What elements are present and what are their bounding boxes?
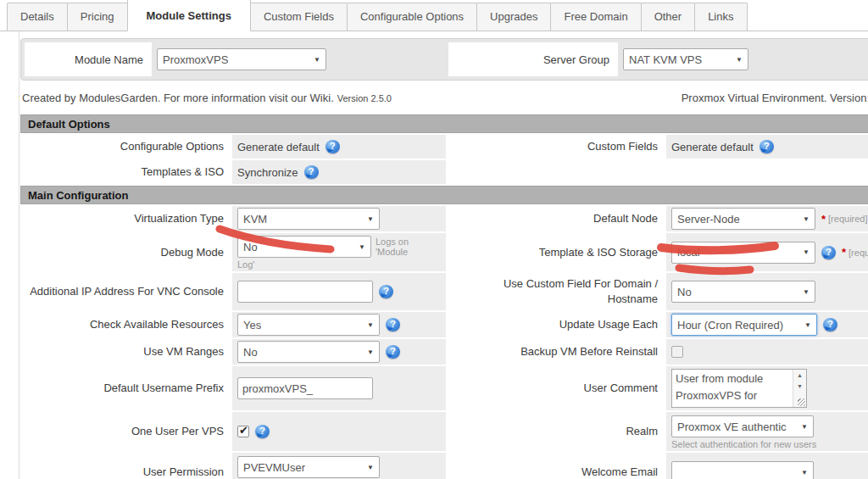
scroll-up-icon[interactable]: ▲ bbox=[793, 370, 806, 381]
user-comment-label: User Comment bbox=[448, 366, 665, 410]
help-icon[interactable] bbox=[255, 425, 270, 438]
vnc-ip-input[interactable] bbox=[237, 281, 373, 303]
help-icon[interactable] bbox=[760, 140, 774, 153]
virtualization-type-select[interactable]: KVM ▼ bbox=[237, 208, 380, 230]
generate-default-link[interactable]: Generate default bbox=[237, 141, 320, 153]
dropdown-arrow-icon: ▼ bbox=[803, 248, 810, 256]
help-icon[interactable] bbox=[379, 285, 393, 298]
generate-default-link[interactable]: Generate default bbox=[671, 141, 754, 153]
module-name-select[interactable]: ProxmoxVPS ▼ bbox=[157, 48, 326, 70]
user-comment-textarea[interactable]: User from module ProxmoxVPS for ▲ ▼ bbox=[671, 369, 807, 408]
user-permission-select[interactable]: PVEVMUser ▼ bbox=[237, 456, 380, 478]
empty-cell bbox=[666, 160, 868, 184]
welcome-email-select[interactable]: ▼ bbox=[671, 461, 814, 479]
section-main-configuration: Main Configuration bbox=[20, 186, 868, 204]
dropdown-arrow-icon: ▼ bbox=[804, 321, 811, 329]
tab-upgrades[interactable]: Upgrades bbox=[476, 3, 551, 31]
help-icon[interactable] bbox=[304, 165, 319, 179]
help-icon[interactable] bbox=[386, 345, 400, 359]
default-node-label: Default Node bbox=[448, 206, 665, 231]
resize-grip-icon[interactable] bbox=[798, 398, 805, 406]
backup-before-reinstall-label: Backup VM Before Reinstall bbox=[448, 339, 665, 365]
dropdown-arrow-icon: ▼ bbox=[314, 56, 320, 64]
debug-mode-label: Debug Mode bbox=[20, 233, 231, 271]
custom-field-domain-select[interactable]: No ▼ bbox=[671, 281, 815, 303]
template-iso-storage-select[interactable]: local ▼ bbox=[671, 242, 815, 264]
username-prefix-label: Default Username Prefix bbox=[20, 366, 231, 410]
welcome-email-label: Welcome Email bbox=[448, 453, 665, 479]
custom-fields-label: Custom Fields bbox=[448, 135, 665, 159]
dropdown-arrow-icon: ▼ bbox=[736, 56, 743, 64]
empty-cell bbox=[448, 160, 665, 184]
server-group-select[interactable]: NAT KVM VPS ▼ bbox=[623, 48, 748, 70]
dropdown-arrow-icon: ▼ bbox=[801, 423, 808, 431]
help-icon[interactable] bbox=[326, 140, 340, 153]
dropdown-arrow-icon: ▼ bbox=[359, 243, 365, 251]
dropdown-arrow-icon: ▼ bbox=[803, 288, 810, 296]
settings-table: Default Options Configurable Options Gen… bbox=[20, 114, 868, 479]
realm-label: Realm bbox=[448, 412, 665, 451]
check-resources-select[interactable]: Yes ▼ bbox=[237, 314, 380, 336]
created-by-text: Created by ModulesGarden. For more infor… bbox=[22, 92, 392, 104]
tab-details[interactable]: Details bbox=[7, 3, 68, 31]
debug-mode-note: Logs on 'Module bbox=[376, 237, 441, 257]
module-meta-line: Created by ModulesGarden. For more infor… bbox=[20, 92, 868, 104]
tab-other[interactable]: Other bbox=[641, 3, 696, 31]
vnc-ip-label: Additional IP Address For VNC Console bbox=[20, 273, 231, 310]
help-icon[interactable] bbox=[823, 318, 837, 331]
proxmox-version-text: Proxmox Virtual Environment. Version: bbox=[682, 92, 868, 104]
module-selector-bar: Module Name ProxmoxVPS ▼ Server Group NA… bbox=[20, 38, 868, 81]
debug-mode-select[interactable]: No ▼ bbox=[237, 236, 371, 258]
tab-links[interactable]: Links bbox=[694, 3, 747, 31]
help-icon[interactable] bbox=[821, 246, 836, 259]
server-group-label: Server Group bbox=[448, 42, 618, 76]
custom-field-domain-label: Use Custom Field For Domain / Hostname bbox=[448, 273, 665, 310]
required-text: [required] bbox=[849, 248, 868, 258]
realm-helper-text: Select authentication for new users bbox=[671, 439, 868, 449]
update-usage-select[interactable]: Hour (Cron Required) ▼ bbox=[671, 314, 817, 336]
update-usage-label: Update Usage Each bbox=[448, 312, 665, 337]
one-user-per-vps-label: One User Per VPS bbox=[20, 412, 231, 451]
one-user-per-vps-checkbox[interactable] bbox=[237, 426, 249, 437]
module-settings-panel: Module Name ProxmoxVPS ▼ Server Group NA… bbox=[19, 31, 868, 479]
tab-custom-fields[interactable]: Custom Fields bbox=[250, 3, 348, 31]
textarea-scrollbar[interactable]: ▲ ▼ bbox=[793, 370, 806, 407]
tab-configurable-options[interactable]: Configurable Options bbox=[347, 3, 477, 31]
dropdown-arrow-icon: ▼ bbox=[367, 348, 374, 356]
dropdown-arrow-icon: ▼ bbox=[367, 215, 374, 223]
default-node-select[interactable]: Server-Node ▼ bbox=[671, 208, 815, 230]
check-resources-label: Check Available Resources bbox=[20, 312, 231, 337]
templates-iso-label: Templates & ISO bbox=[20, 160, 231, 184]
template-iso-storage-label: Template & ISO Storage bbox=[448, 233, 665, 271]
configurable-options-label: Configurable Options bbox=[20, 135, 231, 159]
tab-bar: Details Pricing Module Settings Custom F… bbox=[0, 0, 868, 31]
tab-pricing[interactable]: Pricing bbox=[67, 3, 128, 31]
section-default-options: Default Options bbox=[20, 114, 868, 133]
synchronize-link[interactable]: Synchronize bbox=[237, 166, 298, 179]
required-text: [required] bbox=[828, 214, 867, 224]
username-prefix-input[interactable] bbox=[237, 377, 373, 399]
help-icon[interactable] bbox=[386, 318, 400, 331]
required-asterisk: * bbox=[842, 246, 846, 259]
module-version: Version 2.5.0 bbox=[337, 93, 392, 103]
scroll-down-icon[interactable]: ▼ bbox=[793, 381, 806, 392]
debug-mode-note: Log' bbox=[237, 259, 441, 270]
virtualization-type-label: Virtualization Type bbox=[20, 206, 231, 231]
vm-ranges-select[interactable]: No ▼ bbox=[237, 341, 380, 363]
required-asterisk: * bbox=[821, 213, 826, 226]
module-name-label: Module Name bbox=[25, 42, 152, 76]
tab-free-domain[interactable]: Free Domain bbox=[550, 3, 641, 31]
dropdown-arrow-icon: ▼ bbox=[367, 321, 374, 329]
dropdown-arrow-icon: ▼ bbox=[801, 469, 808, 476]
tab-module-settings[interactable]: Module Settings bbox=[127, 0, 251, 31]
dropdown-arrow-icon: ▼ bbox=[803, 215, 810, 223]
vm-ranges-label: Use VM Ranges bbox=[20, 339, 231, 365]
user-permission-label: User Permission bbox=[20, 453, 231, 479]
realm-select[interactable]: Proxmox VE authentic ▼ bbox=[671, 415, 814, 437]
backup-before-reinstall-checkbox[interactable] bbox=[671, 346, 683, 358]
dropdown-arrow-icon: ▼ bbox=[367, 464, 374, 471]
